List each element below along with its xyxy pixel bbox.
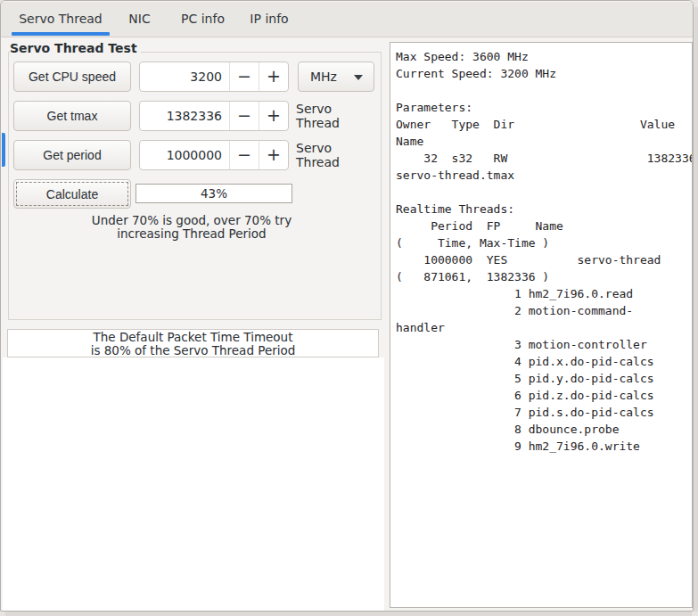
unit-dropdown-value: MHz [310,70,337,84]
calculate-button[interactable]: Calculate [13,179,131,209]
output-text: Max Speed: 3600 MHz Current Speed: 3200 … [396,48,692,455]
load-hint-line-1: Under 70% is good, over 70% try [8,214,375,227]
packet-timeout-line-2: is 80% of the Servo Thread Period [8,344,378,357]
period-decrement-button[interactable]: − [229,141,259,169]
period-thread-label: Servo Thread [296,140,378,170]
output-textview[interactable]: Max Speed: 3600 MHz Current Speed: 3200 … [390,42,693,608]
get-cpu-speed-button[interactable]: Get CPU speed [13,62,131,92]
cpu-speed-decrement-button[interactable]: − [229,62,259,91]
tmax-increment-button[interactable]: + [259,102,288,130]
period-spinbox: − + [139,140,289,170]
load-hint-text: Under 70% is good, over 70% try increasi… [8,214,375,241]
tab-bar: Servo Thread NIC PC info IP info [1,1,693,37]
unit-dropdown[interactable]: MHz [298,62,374,92]
frame-title: Servo Thread Test [10,41,141,55]
tmax-thread-label: Servo Thread [296,101,378,131]
packet-timeout-line-1: The Default Packet Time Timeout [8,331,378,344]
period-input[interactable] [140,141,229,169]
app-window: Servo Thread NIC PC info IP info Servo T… [0,0,694,612]
load-hint-line-2: increasing Thread Period [8,227,375,241]
cpu-speed-spinbox: − + [139,62,289,92]
tab-nic[interactable]: NIC [115,1,164,37]
tab-nic-label: NIC [128,12,150,26]
left-empty-area [3,357,384,611]
tmax-spinbox: − + [139,101,289,131]
cpu-speed-increment-button[interactable]: + [259,62,288,91]
period-increment-button[interactable]: + [259,141,288,169]
get-period-button[interactable]: Get period [13,140,131,170]
tab-pc-info[interactable]: PC info [176,1,230,37]
tab-pc-info-label: PC info [181,12,225,26]
tmax-decrement-button[interactable]: − [229,102,259,130]
scrollbar-indicator[interactable] [2,133,5,167]
tab-servo-thread-label: Servo Thread [19,12,103,26]
chevron-down-icon [354,75,363,80]
cpu-speed-input[interactable] [140,62,229,91]
window-shadow-bottom [5,612,692,616]
active-tab-indicator [12,32,110,36]
window-shadow-right [694,7,698,612]
tab-ip-info[interactable]: IP info [242,1,297,37]
tab-servo-thread[interactable]: Servo Thread [12,1,110,37]
get-tmax-button[interactable]: Get tmax [13,101,131,131]
tmax-input[interactable] [140,102,229,130]
packet-timeout-note: The Default Packet Time Timeout is 80% o… [7,329,379,357]
load-percentage-display: 43% [135,184,292,203]
tab-ip-info-label: IP info [250,12,288,26]
